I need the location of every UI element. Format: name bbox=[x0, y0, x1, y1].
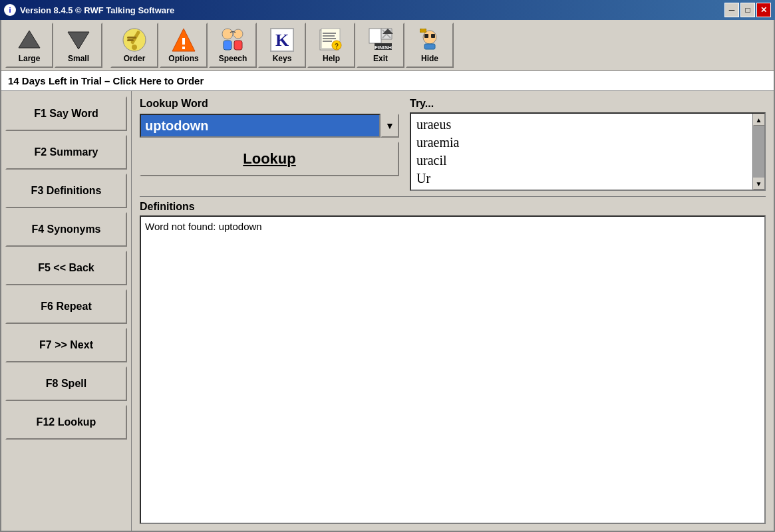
content-area: F1 Say Word F2 Summary F3 Definitions F4… bbox=[1, 91, 774, 531]
definitions-text: Word not found: uptodown bbox=[145, 221, 262, 232]
try-list-scrollbar: ▲ ▼ bbox=[752, 114, 764, 190]
f2-summary-button[interactable]: F2 Summary bbox=[5, 135, 127, 170]
try-list: uraeus uraemia uracil Ur ▲ ▼ bbox=[410, 112, 766, 191]
svg-rect-13 bbox=[234, 41, 242, 50]
trial-notice[interactable]: 14 Days Left in Trial – Click Here to Or… bbox=[1, 71, 774, 91]
lookup-section: Lookup Word ▼ Lookup bbox=[140, 98, 399, 191]
svg-rect-20 bbox=[323, 38, 336, 39]
try-item-2[interactable]: uracil bbox=[414, 152, 762, 169]
keys-button[interactable]: K Keys bbox=[258, 23, 306, 68]
svg-text:FINISH: FINISH bbox=[375, 45, 392, 51]
definitions-label: Definitions bbox=[140, 196, 766, 213]
toolbar: Large Small Order bbox=[1, 20, 774, 71]
try-label: Try... bbox=[410, 98, 766, 110]
svg-point-36 bbox=[420, 29, 426, 33]
speech-icon bbox=[220, 27, 246, 53]
svg-rect-34 bbox=[424, 44, 435, 49]
exit-icon: FINISH bbox=[367, 27, 394, 53]
svg-point-10 bbox=[222, 29, 233, 39]
large-icon bbox=[16, 27, 43, 53]
hide-icon bbox=[416, 27, 443, 53]
help-button[interactable]: ? Help bbox=[307, 23, 355, 68]
scroll-up-button[interactable]: ▲ bbox=[753, 114, 765, 126]
svg-rect-32 bbox=[424, 34, 428, 38]
keys-icon: K bbox=[269, 27, 295, 53]
svg-text:K: K bbox=[275, 31, 289, 50]
speech-button[interactable]: Speech bbox=[209, 23, 257, 68]
f7-next-button[interactable]: F7 >> Next bbox=[5, 328, 127, 362]
main-window: Large Small Order bbox=[0, 20, 775, 532]
order-button[interactable]: Order bbox=[110, 23, 158, 68]
options-button[interactable]: Options bbox=[160, 23, 208, 68]
title-bar: i Version 8.4.5 © RWF Talking Software ─… bbox=[0, 0, 775, 20]
svg-text:?: ? bbox=[335, 43, 339, 50]
try-section: Try... uraeus uraemia uracil Ur ▲ ▼ bbox=[410, 98, 766, 191]
large-button[interactable]: Large bbox=[5, 23, 53, 68]
minimize-button[interactable]: ─ bbox=[724, 3, 739, 17]
lookup-input[interactable] bbox=[140, 114, 381, 138]
f4-synonyms-button[interactable]: F4 Synonyms bbox=[5, 212, 127, 247]
try-item-3[interactable]: Ur bbox=[414, 170, 762, 187]
definitions-section: Definitions Word not found: uptodown bbox=[140, 196, 766, 524]
lookup-word-label: Lookup Word bbox=[140, 98, 399, 110]
f12-lookup-button[interactable]: F12 Lookup bbox=[5, 405, 127, 440]
f8-spell-button[interactable]: F8 Spell bbox=[5, 366, 127, 401]
svg-rect-11 bbox=[224, 41, 232, 50]
help-icon: ? bbox=[318, 27, 345, 53]
svg-rect-9 bbox=[182, 47, 185, 49]
top-section: Lookup Word ▼ Lookup Try... uraeus uraem… bbox=[140, 98, 766, 191]
options-icon bbox=[170, 27, 197, 53]
f1-say-word-button[interactable]: F1 Say Word bbox=[5, 96, 127, 131]
svg-marker-0 bbox=[19, 31, 40, 48]
try-item-1[interactable]: uraemia bbox=[414, 134, 762, 151]
order-icon bbox=[121, 27, 148, 53]
svg-rect-18 bbox=[323, 33, 336, 34]
svg-marker-1 bbox=[68, 32, 89, 49]
svg-point-12 bbox=[233, 29, 243, 39]
svg-rect-8 bbox=[182, 38, 185, 45]
hide-button[interactable]: Hide bbox=[406, 23, 454, 68]
svg-rect-33 bbox=[431, 34, 435, 38]
try-item-0[interactable]: uraeus bbox=[414, 116, 762, 133]
title-bar-left: i Version 8.4.5 © RWF Talking Software bbox=[4, 4, 174, 16]
small-button[interactable]: Small bbox=[55, 23, 102, 68]
svg-rect-6 bbox=[127, 39, 134, 41]
f6-repeat-button[interactable]: F6 Repeat bbox=[5, 289, 127, 324]
svg-rect-24 bbox=[369, 29, 381, 43]
svg-rect-21 bbox=[323, 41, 332, 42]
small-icon bbox=[65, 27, 92, 53]
lookup-button[interactable]: Lookup bbox=[140, 142, 399, 176]
lookup-input-row: ▼ bbox=[140, 114, 399, 138]
svg-rect-19 bbox=[323, 35, 335, 37]
sidebar: F1 Say Word F2 Summary F3 Definitions F4… bbox=[1, 91, 132, 531]
close-button[interactable]: ✕ bbox=[756, 3, 771, 17]
main-content: Lookup Word ▼ Lookup Try... uraeus uraem… bbox=[132, 91, 774, 531]
lookup-dropdown-button[interactable]: ▼ bbox=[381, 114, 399, 138]
title-bar-controls: ─ □ ✕ bbox=[724, 3, 771, 17]
f3-definitions-button[interactable]: F3 Definitions bbox=[5, 174, 127, 208]
maximize-button[interactable]: □ bbox=[740, 3, 755, 17]
app-icon: i bbox=[4, 4, 16, 16]
title-bar-text: Version 8.4.5 © RWF Talking Software bbox=[20, 5, 174, 15]
svg-point-4 bbox=[132, 45, 137, 50]
exit-button[interactable]: FINISH Exit bbox=[357, 23, 404, 68]
svg-rect-5 bbox=[127, 37, 136, 39]
f5-back-button[interactable]: F5 << Back bbox=[5, 251, 127, 285]
scroll-track bbox=[753, 126, 764, 178]
definitions-content: Word not found: uptodown bbox=[140, 215, 766, 524]
scroll-down-button[interactable]: ▼ bbox=[753, 178, 765, 190]
